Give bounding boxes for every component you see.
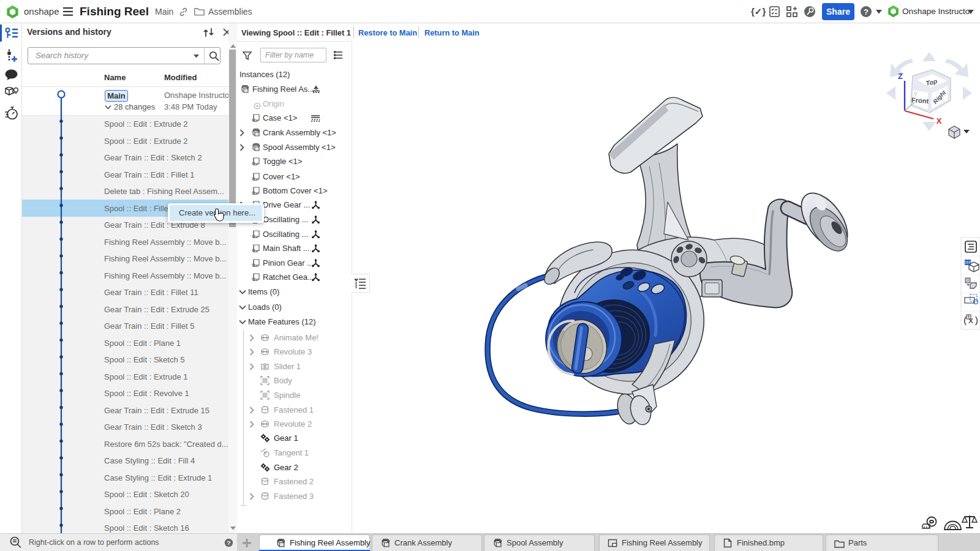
svg-text:X: X [937, 116, 942, 126]
svg-text:Y: Y [913, 91, 918, 98]
svg-text:?: ? [864, 7, 869, 17]
svg-text:?: ? [227, 539, 231, 546]
svg-text:Z: Z [898, 72, 903, 81]
